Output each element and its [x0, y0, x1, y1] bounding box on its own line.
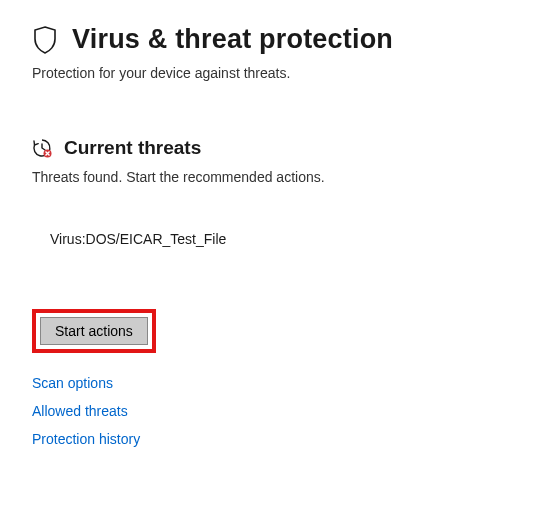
current-threats-subtitle: Threats found. Start the recommended act…	[32, 169, 528, 185]
page-header: Virus & threat protection	[32, 24, 528, 55]
start-actions-button[interactable]: Start actions	[40, 317, 148, 345]
allowed-threats-link[interactable]: Allowed threats	[32, 403, 528, 419]
scan-options-link[interactable]: Scan options	[32, 375, 528, 391]
current-threats-header: Current threats	[32, 137, 528, 159]
clock-alert-icon	[32, 138, 52, 158]
current-threats-title: Current threats	[64, 137, 201, 159]
link-list: Scan options Allowed threats Protection …	[32, 375, 528, 447]
start-actions-highlight: Start actions	[32, 309, 156, 353]
threat-item: Virus:DOS/EICAR_Test_File	[50, 231, 528, 247]
shield-icon	[32, 25, 58, 55]
page-subtitle: Protection for your device against threa…	[32, 65, 528, 81]
page-title: Virus & threat protection	[72, 24, 393, 55]
protection-history-link[interactable]: Protection history	[32, 431, 528, 447]
